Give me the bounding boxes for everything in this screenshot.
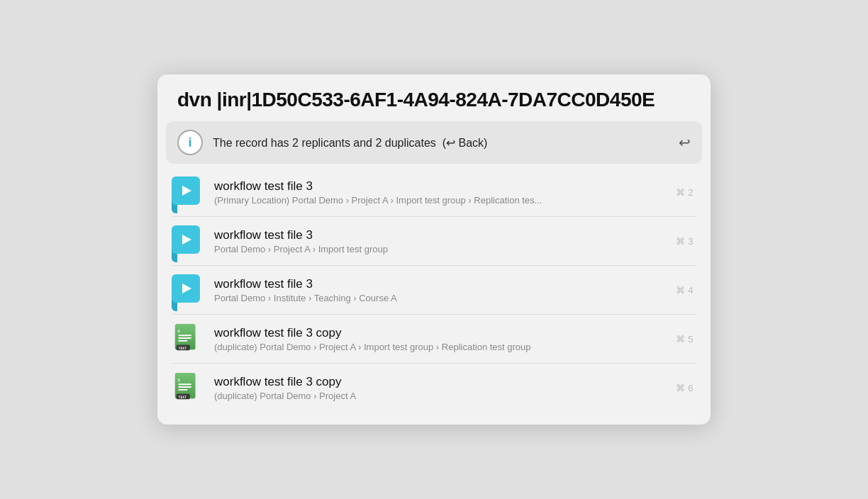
svg-text:TEXT: TEXT [179, 347, 187, 350]
results-list: workflow test file 3(Primary Location) P… [157, 167, 711, 413]
info-banner[interactable]: i The record has 2 replicants and 2 dupl… [166, 121, 702, 164]
item-title: workflow test file 3 copy [214, 375, 664, 389]
info-message: The record has 2 replicants and 2 duplic… [213, 136, 663, 150]
video-file-icon [172, 274, 203, 305]
item-title: workflow test file 3 [214, 277, 664, 291]
item-title: workflow test file 3 copy [214, 326, 664, 340]
list-item[interactable]: workflow test file 3Portal Demo › Projec… [157, 218, 711, 264]
item-path: (duplicate) Portal Demo › Project A [214, 391, 664, 401]
list-divider [172, 363, 696, 364]
item-title: workflow test file 3 [214, 179, 664, 194]
keyboard-shortcut: ⌘ 6 [676, 383, 694, 393]
main-window: dvn |inr|1D50C533-6AF1-4A94-824A-7DA7CC0… [157, 74, 711, 425]
svg-text:TEXT: TEXT [179, 396, 187, 399]
list-item[interactable]: workflow test file 3Portal Demo › Instit… [157, 267, 711, 313]
keyboard-shortcut: ⌘ 5 [676, 334, 694, 344]
list-divider [172, 314, 696, 315]
list-item[interactable]: ≡ TEXT workflow test file 3 copy(duplica… [157, 365, 711, 410]
item-path: (Primary Location) Portal Demo › Project… [214, 195, 664, 206]
keyboard-shortcut: ⌘ 4 [676, 285, 694, 296]
list-item[interactable]: ≡ TEXT workflow test file 3 copy(duplica… [157, 316, 711, 361]
keyboard-shortcut: ⌘ 3 [676, 236, 694, 247]
item-title: workflow test file 3 [214, 228, 664, 242]
video-file-icon [172, 225, 203, 257]
text-file-icon: ≡ TEXT [172, 323, 203, 354]
svg-text:≡: ≡ [178, 378, 181, 382]
item-path: (duplicate) Portal Demo › Project A › Im… [214, 342, 664, 352]
svg-text:≡: ≡ [178, 329, 181, 333]
item-path: Portal Demo › Institute › Teaching › Cou… [214, 293, 664, 303]
item-path: Portal Demo › Project A › Import test gr… [214, 244, 664, 254]
video-file-icon [172, 176, 203, 208]
info-icon: i [177, 130, 203, 155]
return-icon: ↩ [679, 134, 691, 151]
window-title: dvn |inr|1D50C533-6AF1-4A94-824A-7DA7CC0… [157, 74, 711, 121]
list-item[interactable]: workflow test file 3(Primary Location) P… [157, 169, 711, 215]
keyboard-shortcut: ⌘ 2 [676, 187, 694, 198]
list-divider [172, 216, 696, 217]
list-divider [172, 265, 696, 266]
text-file-icon: ≡ TEXT [172, 372, 203, 403]
